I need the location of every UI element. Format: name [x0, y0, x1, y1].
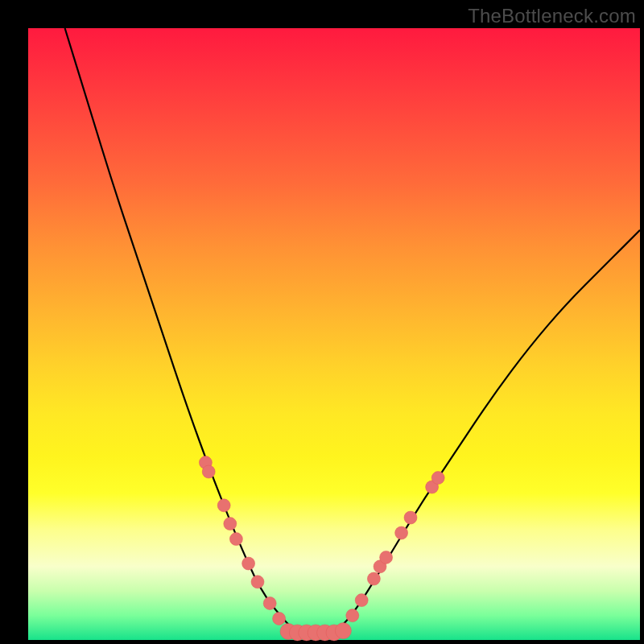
data-marker [202, 465, 215, 478]
chart-frame: TheBottleneck.com [0, 0, 644, 644]
data-marker [367, 572, 380, 585]
data-marker [242, 557, 255, 570]
chart-svg [28, 28, 640, 640]
data-marker [229, 533, 242, 546]
data-marker [217, 499, 230, 512]
data-marker [395, 526, 408, 539]
watermark-text: TheBottleneck.com [468, 5, 636, 27]
data-marker [263, 597, 276, 609]
plot-area [28, 28, 640, 640]
data-marker [355, 594, 368, 607]
data-marker [224, 518, 237, 530]
data-marker [251, 576, 264, 588]
data-markers [199, 456, 444, 641]
bottleneck-curve [65, 28, 640, 633]
data-marker [404, 511, 417, 524]
data-marker [335, 623, 351, 639]
data-marker [346, 609, 359, 622]
data-marker [431, 472, 444, 485]
data-marker [273, 612, 286, 625]
data-marker [380, 551, 393, 564]
